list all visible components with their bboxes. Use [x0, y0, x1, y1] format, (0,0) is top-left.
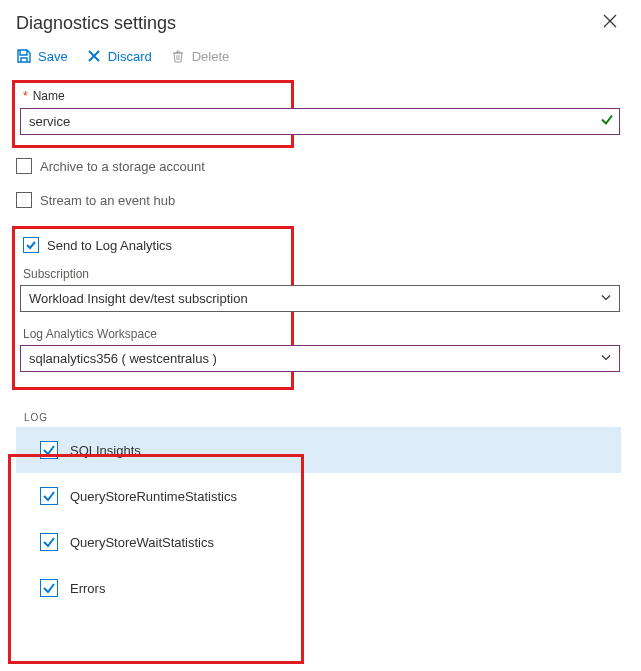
log-item-label: QueryStoreRuntimeStatistics [70, 489, 237, 504]
workspace-label: Log Analytics Workspace [23, 327, 283, 341]
workspace-select[interactable]: sqlanalytics356 ( westcentralus ) [20, 345, 620, 372]
subscription-label: Subscription [23, 267, 283, 281]
save-button[interactable]: Save [16, 48, 68, 64]
delete-label: Delete [192, 49, 230, 64]
discard-label: Discard [108, 49, 152, 64]
subscription-select[interactable]: Workload Insight dev/test subscription [20, 285, 620, 312]
log-list: SQLInsights QueryStoreRuntimeStatistics … [16, 427, 621, 611]
name-input[interactable] [20, 108, 620, 135]
log-item[interactable]: Errors [16, 565, 621, 611]
log-checkbox[interactable] [40, 441, 58, 459]
log-section-header: LOG [24, 412, 621, 423]
log-checkbox[interactable] [40, 487, 58, 505]
name-label: Name [33, 89, 65, 103]
discard-button[interactable]: Discard [86, 48, 152, 64]
save-label: Save [38, 49, 68, 64]
required-asterisk: * [23, 89, 28, 103]
close-button[interactable] [599, 12, 621, 34]
archive-checkbox[interactable] [16, 158, 32, 174]
log-item[interactable]: QueryStoreRuntimeStatistics [16, 473, 621, 519]
delete-button: Delete [170, 48, 230, 64]
discard-icon [86, 48, 102, 64]
trash-icon [170, 48, 186, 64]
save-icon [16, 48, 32, 64]
log-checkbox[interactable] [40, 579, 58, 597]
eventhub-checkbox[interactable] [16, 192, 32, 208]
page-title: Diagnostics settings [16, 13, 176, 34]
loganalytics-checkbox[interactable] [23, 237, 39, 253]
loganalytics-label: Send to Log Analytics [47, 238, 172, 253]
log-item-label: Errors [70, 581, 105, 596]
log-item-label: QueryStoreWaitStatistics [70, 535, 214, 550]
log-item-label: SQLInsights [70, 443, 141, 458]
log-checkbox[interactable] [40, 533, 58, 551]
log-item[interactable]: SQLInsights [16, 427, 621, 473]
archive-label: Archive to a storage account [40, 159, 205, 174]
eventhub-label: Stream to an event hub [40, 193, 175, 208]
log-item[interactable]: QueryStoreWaitStatistics [16, 519, 621, 565]
